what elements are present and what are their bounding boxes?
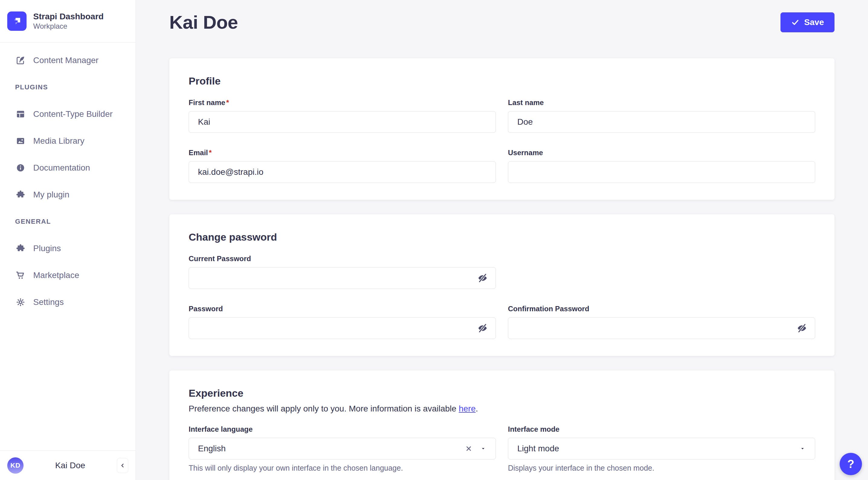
sidebar-item-documentation[interactable]: Documentation	[0, 154, 135, 181]
password-input[interactable]	[189, 317, 496, 339]
experience-description: Preference changes will apply only to yo…	[189, 404, 815, 414]
sidebar-item-my-plugin[interactable]: My plugin	[0, 181, 135, 208]
email-input[interactable]	[189, 161, 496, 183]
sidebar-item-media-library[interactable]: Media Library	[0, 127, 135, 154]
current-password-input[interactable]	[189, 267, 496, 289]
save-button-label: Save	[804, 18, 824, 27]
interface-language-value: English	[198, 444, 464, 453]
workspace-title: Strapi Dashboard	[33, 11, 103, 22]
username-label: Username	[508, 149, 815, 157]
info-icon	[16, 163, 25, 173]
sidebar-nav: Content Manager PLUGINS Content-Type Bui…	[0, 42, 135, 450]
chevron-left-icon	[119, 462, 126, 469]
save-button[interactable]: Save	[780, 12, 835, 32]
last-name-input[interactable]	[508, 111, 815, 133]
username-input[interactable]	[508, 161, 815, 183]
sidebar-item-plugins[interactable]: Plugins	[0, 235, 135, 262]
grid-spacer	[508, 254, 815, 289]
change-password-title: Change password	[189, 231, 815, 243]
main-content: Kai Doe Save Profile First name* Last na…	[136, 0, 868, 480]
picture-icon	[16, 136, 25, 146]
sidebar-item-content-manager[interactable]: Content Manager	[0, 47, 135, 74]
confirmation-password-input[interactable]	[508, 317, 815, 339]
question-mark-icon: ?	[847, 458, 854, 471]
strapi-logo-icon	[7, 11, 27, 31]
password-label: Password	[189, 305, 496, 313]
profile-card: Profile First name* Last name Email* Use…	[169, 58, 835, 200]
current-password-field: Current Password	[189, 254, 496, 289]
sidebar-item-marketplace[interactable]: Marketplace	[0, 262, 135, 289]
clear-x-icon	[464, 444, 473, 453]
workspace-brand[interactable]: Strapi Dashboard Workplace	[0, 0, 135, 42]
interface-mode-label: Interface mode	[508, 425, 815, 433]
interface-mode-value: Light mode	[517, 444, 799, 453]
confirmation-password-label: Confirmation Password	[508, 305, 815, 313]
username-field: Username	[508, 149, 815, 183]
sidebar-section-plugins: PLUGINS	[0, 74, 135, 100]
sidebar-item-content-type-builder[interactable]: Content-Type Builder	[0, 100, 135, 127]
email-label: Email*	[189, 149, 496, 157]
sidebar-item-settings[interactable]: Settings	[0, 289, 135, 316]
first-name-label: First name*	[189, 98, 496, 107]
last-name-field: Last name	[508, 98, 815, 133]
cart-icon	[16, 270, 25, 280]
sidebar-item-label: Settings	[33, 297, 64, 307]
sidebar-item-label: Marketplace	[33, 270, 80, 280]
sidebar-item-label: Content-Type Builder	[33, 109, 113, 119]
layout-icon	[16, 109, 25, 119]
puzzle-icon	[16, 244, 25, 253]
required-marker: *	[226, 98, 229, 107]
user-name: Kai Doe	[24, 461, 117, 470]
interface-mode-select[interactable]: Light mode	[508, 438, 815, 459]
experience-title: Experience	[189, 387, 815, 399]
caret-down-icon	[799, 445, 806, 452]
clear-selection-button[interactable]	[464, 444, 473, 453]
avatar[interactable]: KD	[7, 457, 24, 474]
interface-language-hint: This will only display your own interfac…	[189, 464, 496, 473]
sidebar-item-label: My plugin	[33, 190, 69, 200]
toggle-password-visibility-button[interactable]	[476, 322, 489, 334]
toggle-password-visibility-button[interactable]	[796, 322, 808, 334]
caret-down-icon	[480, 445, 487, 452]
interface-language-field: Interface language English T	[189, 425, 496, 473]
interface-language-label: Interface language	[189, 425, 496, 433]
eye-off-icon	[477, 323, 488, 334]
more-information-link[interactable]: here	[459, 404, 476, 413]
sidebar-section-general: GENERAL	[0, 208, 135, 235]
gear-icon	[16, 297, 25, 307]
puzzle-icon	[16, 190, 25, 200]
first-name-input[interactable]	[189, 111, 496, 133]
new-password-field: Password	[189, 305, 496, 339]
feather-edit-icon	[16, 56, 25, 65]
sidebar-collapse-button[interactable]	[117, 458, 128, 473]
interface-mode-field: Interface mode Light mode Displays your …	[508, 425, 815, 473]
sidebar-user-footer: KD Kai Doe	[0, 450, 135, 480]
email-field: Email*	[189, 149, 496, 183]
sidebar: Strapi Dashboard Workplace Content Manag…	[0, 0, 136, 480]
page-header: Kai Doe Save	[169, 0, 835, 33]
sidebar-item-label: Media Library	[33, 136, 85, 146]
eye-off-icon	[797, 323, 807, 334]
experience-card: Experience Preference changes will apply…	[169, 370, 835, 480]
confirmation-password-field: Confirmation Password	[508, 305, 815, 339]
page-title: Kai Doe	[169, 11, 238, 33]
current-password-label: Current Password	[189, 254, 496, 263]
profile-card-title: Profile	[189, 75, 815, 87]
eye-off-icon	[477, 273, 488, 283]
change-password-card: Change password Current Password	[169, 214, 835, 356]
first-name-field: First name*	[189, 98, 496, 133]
sidebar-item-label: Content Manager	[33, 56, 98, 65]
required-marker: *	[209, 149, 212, 157]
sidebar-item-label: Plugins	[33, 244, 61, 253]
interface-mode-hint: Displays your interface in the chosen mo…	[508, 464, 815, 473]
help-button[interactable]: ?	[840, 453, 862, 475]
interface-language-select[interactable]: English	[189, 438, 496, 459]
workspace-subtitle: Workplace	[33, 22, 103, 31]
last-name-label: Last name	[508, 98, 815, 107]
check-icon	[791, 18, 800, 27]
sidebar-item-label: Documentation	[33, 163, 90, 173]
toggle-password-visibility-button[interactable]	[476, 272, 489, 284]
